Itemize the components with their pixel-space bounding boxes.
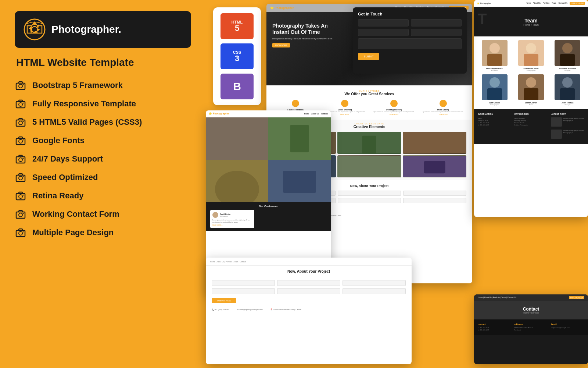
ss3-input-3	[343, 280, 406, 286]
contact-bottom-hire: HIRE US NOW	[569, 296, 584, 299]
svg-rect-44	[337, 156, 401, 177]
ss3-input-5	[277, 288, 340, 294]
feature-label-4: Google Fonts	[32, 136, 85, 145]
logo-text: Photographer.	[51, 24, 121, 35]
contact-bottom-col-title-2: address	[514, 323, 548, 325]
feature-item-1: Bootstrap 5 Framework	[15, 79, 191, 91]
ss-hero-sub: Photography is the story I fail to put i…	[272, 38, 338, 40]
team-member-role-2: Photographer	[514, 70, 548, 71]
contact-input-email	[411, 19, 462, 26]
contact-bottom-col-email: Email info@contact@example.com	[551, 323, 584, 332]
svg-point-9	[19, 121, 22, 125]
svg-point-60	[526, 43, 536, 53]
team-member-3: Thomson Whiteson Designer	[551, 40, 584, 71]
team-member-2: FullPerson Sister Photographer	[514, 40, 548, 71]
team-member-5: Lioner Jarron Editor	[514, 74, 548, 106]
team-nav-about: About Us	[533, 2, 541, 5]
contact-screenshot: Get In Touch SUBMIT	[353, 7, 467, 74]
ss2-nav-links: Home About Us Portfolio	[304, 113, 328, 115]
ss-portfolio-item-3	[403, 132, 466, 154]
ss2-nav-link-1: Home	[304, 113, 309, 115]
subtitle: HTML Website Template	[15, 57, 191, 68]
contact-bottom-hero-content: Contact Home / Contact	[523, 307, 539, 314]
svg-rect-47	[424, 161, 445, 174]
team-member-role-5: Editor	[514, 104, 548, 106]
ss2-testimonials: Our Customers David Potter Art Designer …	[206, 202, 331, 231]
contact-bottom-col-text-1: +1 363-553-7272+1 363-553-5237	[478, 327, 511, 332]
ss-service-link-4: READ MORE	[420, 113, 466, 115]
feature-item-5: 24/7 Days Support	[15, 153, 191, 165]
feature-label-6: Speed Optimized	[32, 173, 98, 182]
team-member-4: Walt Gibson Videographer	[478, 74, 511, 106]
ss3-phone: 📞 +01 (500) 234-581	[212, 308, 230, 311]
team-member-1: Rosemary Peterson Art Director	[478, 40, 511, 71]
svg-point-72	[562, 77, 573, 88]
ss3-input-6	[343, 288, 406, 294]
team-section-sub: Home / Team	[523, 24, 539, 26]
svg-rect-39	[362, 136, 377, 153]
team-footer-categories: CATEGORIES Studio ShootingWedding Shooti…	[514, 113, 548, 140]
svg-point-12	[19, 139, 22, 143]
svg-point-21	[19, 195, 22, 198]
ss3-address: 📍 2126 Florida Avenue Lovely Center	[270, 308, 301, 311]
ss-service-icon-2	[341, 100, 348, 107]
svg-point-7	[23, 103, 24, 104]
camera-icon-1	[15, 79, 26, 91]
feature-item-4: Google Fonts	[15, 135, 191, 146]
camera-icon-3	[15, 116, 26, 128]
contact-bottom-col-text-3: info@contact@example.com	[551, 327, 584, 329]
team-footer-post-img-1	[551, 117, 562, 127]
contact-bottom-col-text-2: 510 New Hampshire AvenueNorthwest	[514, 327, 548, 332]
ss2-grid	[206, 117, 331, 202]
ss-service-item-3: Wedding Shooting Quis autem vel eum iure…	[371, 100, 417, 115]
ss3-info: 📞 +01 (500) 234-581 ✉ photographer@examp…	[206, 306, 412, 313]
ss-nav-logo: 🌟 Photographer	[270, 6, 294, 10]
team-member-img-6	[555, 74, 580, 100]
team-member-img-3	[555, 40, 580, 66]
feature-item-8: Working Contact Form	[15, 208, 191, 220]
feature-label-8: Working Contact Form	[32, 209, 119, 219]
camera-icon-5	[15, 153, 26, 165]
contact-input-message	[358, 38, 462, 49]
ss-hero-content: Photography Takes An Instant Out Of Time…	[272, 23, 346, 47]
team-footer-info: INFORMATION NameFriday 22, 2024+1 363-55…	[478, 113, 511, 140]
team-hero-area: T Team Home / Team	[474, 7, 588, 36]
camera-icon-4	[15, 135, 26, 146]
ss3-form-row-1	[212, 280, 406, 286]
ss2-test-name: David Potter	[220, 213, 230, 215]
team-member-img-1	[482, 40, 508, 66]
tech-badges-box: HTML 5 CSS 3 B	[213, 7, 261, 105]
ss-services-title: We Offer you Great Services	[272, 92, 466, 96]
team-member-role-3: Designer	[551, 70, 584, 71]
svg-rect-61	[524, 54, 538, 66]
feature-label-2: Fully Responsive Template	[32, 99, 136, 109]
feature-label-9: Multiple Page Design	[32, 228, 114, 237]
svg-point-19	[23, 176, 24, 177]
svg-rect-70	[524, 88, 538, 100]
feature-label-3: 5 HTML5 Valid Pages (CSS3)	[32, 117, 142, 127]
team-footer-post-2: Wildlife Photography is the Best Photogr…	[551, 130, 584, 140]
ss-hero-title: Photography Takes An Instant Out Of Time	[272, 23, 346, 35]
ss2-test-text: Lorem ipsum dolor sit amet consectetur a…	[212, 219, 252, 223]
svg-rect-48	[206, 117, 268, 160]
svg-point-27	[19, 231, 22, 235]
contact-bottom-col-title-3: Email	[551, 323, 584, 325]
camera-icon-8	[15, 208, 26, 220]
ss3-input-2	[277, 280, 340, 286]
team-member-img-2	[518, 40, 544, 66]
feature-label-7: Retina Ready	[32, 191, 83, 201]
team-title-bg: T	[478, 11, 487, 27]
ss-form-subject	[338, 198, 401, 203]
team-footer-post-1: Wildlife Photography is the Best Photogr…	[551, 117, 584, 128]
team-footer-info-text: NameFriday 22, 2024+1 363-553-7272+1 363…	[478, 117, 511, 126]
ss3-header: Home | About Us | Portfolio | Team | Con…	[206, 258, 412, 266]
contact-form-grid	[353, 19, 467, 52]
contact-bottom-screenshot: Home | About Us | Portfolio | Team | Con…	[474, 294, 588, 364]
ss-portfolio-item-2	[337, 132, 401, 154]
ss2-nav: 🌟 Photographer Home About Us Portfolio	[206, 110, 331, 117]
svg-rect-67	[487, 88, 502, 100]
team-member-6: John Thomas Manager	[551, 74, 584, 106]
team-footer-post-img-2	[551, 130, 562, 139]
right-area: HTML 5 CSS 3 B 🌟 Photographer Home About…	[198, 0, 588, 368]
contact-input-phone2	[411, 29, 462, 36]
